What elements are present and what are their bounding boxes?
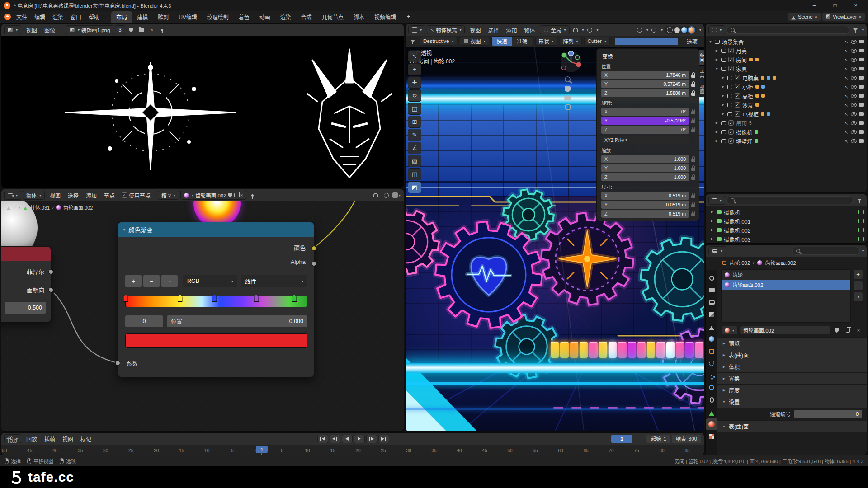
- tool-move[interactable]: ✚: [408, 76, 421, 89]
- selectable-toggle-icon[interactable]: ↖: [845, 130, 849, 135]
- properties-tab-output[interactable]: [706, 296, 717, 308]
- selectable-toggle-icon[interactable]: ↖: [845, 103, 849, 108]
- outliner-row[interactable]: ▶✓房间↖: [706, 55, 867, 64]
- selectable-toggle-icon[interactable]: ↖: [845, 84, 849, 89]
- maximize-button[interactable]: □: [826, 0, 844, 11]
- outliner-row[interactable]: ▶✓电脑桌↖: [706, 73, 867, 82]
- collapse-icon[interactable]: ▾: [123, 228, 125, 232]
- editor-type-button[interactable]: ▾: [708, 246, 726, 255]
- workspace-tab-着色[interactable]: 着色: [234, 11, 255, 23]
- outliner-row[interactable]: ▶✓小柜↖: [706, 82, 867, 91]
- fresnel-output-socket[interactable]: [48, 269, 53, 274]
- overlays-toggle[interactable]: [382, 191, 391, 200]
- stop-specials-dropdown[interactable]: ▾: [161, 275, 178, 287]
- workspace-tab-UV编辑[interactable]: UV编辑: [174, 11, 202, 23]
- properties-tab-modifiers[interactable]: [706, 357, 717, 369]
- layer-weight-node[interactable]: 菲涅尔 面朝向 0.500: [1, 246, 51, 322]
- transform-field-x[interactable]: X1.7846 m: [601, 71, 689, 79]
- options-dropdown[interactable]: ▾: [392, 191, 401, 200]
- panel-header-3[interactable]: ▶置换: [717, 372, 867, 384]
- lock-icon[interactable]: [691, 84, 695, 87]
- lock-icon[interactable]: [691, 168, 695, 171]
- properties-tab-world[interactable]: [706, 333, 717, 345]
- hide-render-toggle-icon[interactable]: [859, 112, 864, 116]
- active-stop-color-swatch[interactable]: [125, 333, 307, 348]
- outliner-search-input[interactable]: [726, 26, 849, 34]
- snap-dropdown[interactable]: ▾: [582, 28, 584, 32]
- collection-checkbox[interactable]: ✓: [735, 84, 740, 89]
- bc-accurate-button[interactable]: 准确: [512, 37, 533, 46]
- properties-tab-tool[interactable]: [706, 272, 717, 284]
- material-slot[interactable]: 齿轮画面.002: [722, 280, 850, 290]
- hide-viewport-toggle-icon[interactable]: [851, 49, 857, 53]
- menu-item-1[interactable]: 选择: [64, 191, 82, 200]
- workspace-tab-合成[interactable]: 合成: [296, 11, 317, 23]
- editor-type-button[interactable]: ▾: [4, 191, 21, 200]
- slot-specials-button[interactable]: ▾: [853, 292, 863, 302]
- tool-add-cube[interactable]: ▧: [408, 155, 421, 167]
- collection-checkbox[interactable]: ✓: [728, 57, 734, 62]
- menu-item-4[interactable]: 帮助: [85, 12, 103, 22]
- hide-viewport-toggle-icon[interactable]: [851, 40, 857, 44]
- properties-tab-material[interactable]: [706, 418, 717, 430]
- menu-item-1[interactable]: 选择: [484, 25, 502, 35]
- pin-button[interactable]: [158, 25, 167, 34]
- image-canvas[interactable]: [1, 36, 404, 188]
- properties-tab-render[interactable]: [706, 284, 717, 296]
- properties-tab-object[interactable]: [706, 345, 717, 357]
- outliner-search-input[interactable]: [726, 196, 854, 204]
- open-image-button[interactable]: [137, 25, 146, 34]
- prev-keyframe-button[interactable]: [330, 435, 340, 443]
- tool-scale[interactable]: ◱: [408, 103, 421, 115]
- frame-end-field[interactable]: 结束300: [672, 435, 701, 443]
- menu-item-0[interactable]: 文件: [13, 12, 31, 22]
- outliner-row[interactable]: ▶✓电视柜↖: [706, 109, 867, 118]
- workspace-tab-动画[interactable]: 动画: [255, 11, 275, 23]
- add-workspace-button[interactable]: +: [402, 12, 415, 22]
- snap-magnet-toggle[interactable]: [571, 25, 580, 34]
- bc-active-field[interactable]: [615, 38, 678, 45]
- properties-tab-particles[interactable]: [706, 370, 717, 381]
- rotation-mode-dropdown[interactable]: XYZ 欧拉▾: [601, 136, 689, 144]
- selectable-toggle-icon[interactable]: ↖: [845, 57, 849, 62]
- selectable-toggle-icon[interactable]: ↖: [845, 121, 849, 126]
- properties-tab-texture[interactable]: [706, 431, 717, 442]
- tool-box-select[interactable]: ↖: [408, 50, 421, 62]
- timeline-ruler[interactable]: -50-45-40-35-30-25-20-15-10-505101520253…: [1, 445, 704, 455]
- menu-item-1[interactable]: 插帧: [41, 434, 59, 444]
- proportional-editing-toggle[interactable]: [585, 25, 594, 34]
- outliner-row[interactable]: ▶✓吊顶5↖: [706, 118, 867, 127]
- color-stop-3[interactable]: [254, 295, 259, 302]
- pan-hand-icon[interactable]: [565, 86, 571, 92]
- lock-icon[interactable]: [691, 120, 695, 123]
- hide-viewport-toggle-icon[interactable]: [851, 58, 857, 62]
- workspace-tab-脚本[interactable]: 脚本: [349, 11, 369, 23]
- hide-render-toggle-icon[interactable]: [859, 139, 864, 143]
- transform-field-y[interactable]: Y1.000: [601, 164, 689, 172]
- copy-material-icon[interactable]: [234, 193, 238, 197]
- viewlayer-unlink-icon[interactable]: ×: [859, 14, 862, 19]
- fake-user-button[interactable]: [127, 25, 136, 34]
- outliner-row[interactable]: ▶✓沙发↖: [706, 100, 867, 109]
- transform-field-x[interactable]: X0°: [601, 108, 689, 116]
- material-slot[interactable]: 齿轮: [722, 270, 850, 280]
- scene-selector[interactable]: Scene ×: [787, 12, 821, 21]
- material-slot-dropdown[interactable]: 槽 2▾: [158, 191, 179, 200]
- bc-mode-dropdown[interactable]: Destructive▾: [420, 37, 458, 46]
- add-slot-button[interactable]: +: [853, 269, 863, 279]
- lock-icon[interactable]: [691, 213, 695, 216]
- workspace-tab-纹理绘制[interactable]: 纹理绘制: [202, 11, 234, 23]
- wireframe-shading-icon[interactable]: [667, 27, 673, 33]
- properties-search-input[interactable]: [792, 247, 860, 255]
- panel-header-2[interactable]: ▶体积: [717, 361, 867, 372]
- bc-view-dropdown[interactable]: 视图▾: [460, 37, 489, 46]
- camera-list-item[interactable]: ▶摄像机.002: [706, 225, 867, 235]
- camera-view-icon[interactable]: [564, 96, 571, 100]
- fake-user-icon[interactable]: [228, 193, 232, 198]
- editor-type-button[interactable]: ▾: [408, 25, 425, 34]
- copy-material-button[interactable]: [843, 326, 852, 335]
- transform-panel-title[interactable]: 变换: [602, 52, 613, 60]
- selectable-toggle-icon[interactable]: ↖: [845, 39, 849, 44]
- shader-type-dropdown[interactable]: 物体▾: [23, 191, 45, 200]
- outliner-row[interactable]: ▼✓家具↖: [706, 64, 867, 73]
